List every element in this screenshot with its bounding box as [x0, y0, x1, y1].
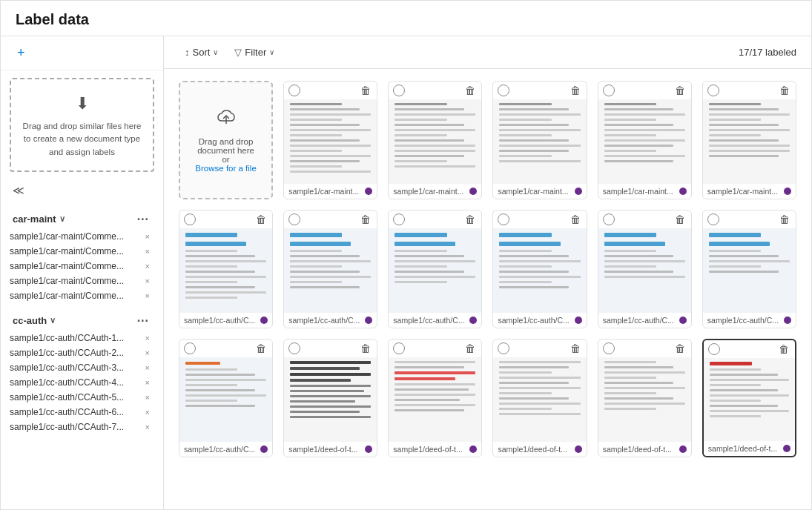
list-item[interactable]: sample1/car-maint/Comme... ×: [1, 244, 163, 259]
doc-card[interactable]: 🗑: [283, 339, 377, 457]
doc-card[interactable]: 🗑: [283, 81, 377, 199]
doc-card[interactable]: 🗑: [179, 339, 273, 457]
doc-delete-button[interactable]: 🗑: [777, 343, 790, 355]
close-icon[interactable]: ×: [144, 334, 151, 342]
sidebar-collapse-button[interactable]: ≪: [1, 179, 163, 202]
doc-card[interactable]: 🗑: [598, 81, 692, 199]
doc-select-checkbox[interactable]: [393, 342, 405, 354]
doc-select-checkbox[interactable]: [184, 213, 196, 225]
sidebar-group-car-maint-more-icon[interactable]: ⋯: [133, 212, 151, 226]
doc-name: sample1/cc-auth/C...: [393, 316, 466, 325]
doc-card[interactable]: 🗑: [702, 210, 796, 328]
doc-select-checkbox[interactable]: [707, 213, 719, 225]
doc-delete-button[interactable]: 🗑: [673, 213, 687, 225]
doc-delete-button[interactable]: 🗑: [569, 342, 582, 354]
doc-delete-button[interactable]: 🗑: [673, 85, 687, 96]
doc-select-checkbox[interactable]: [288, 85, 300, 96]
doc-delete-button[interactable]: 🗑: [359, 85, 372, 96]
doc-select-checkbox[interactable]: [498, 213, 509, 225]
close-icon[interactable]: ×: [144, 247, 151, 256]
doc-select-checkbox[interactable]: [498, 342, 509, 354]
doc-card[interactable]: 🗑: [598, 210, 692, 328]
doc-select-checkbox[interactable]: [288, 213, 300, 225]
close-icon[interactable]: ×: [144, 276, 151, 285]
doc-card[interactable]: 🗑: [283, 210, 377, 328]
doc-card[interactable]: 🗑: [702, 81, 796, 199]
filter-icon: ▽: [234, 47, 242, 58]
doc-delete-button[interactable]: 🗑: [463, 85, 477, 96]
doc-card-footer: sample1/deed-of-t...: [704, 441, 795, 456]
close-icon[interactable]: ×: [144, 408, 151, 417]
doc-card-header: 🗑: [704, 340, 795, 358]
doc-delete-button[interactable]: 🗑: [463, 213, 477, 225]
doc-card[interactable]: 🗑: [492, 81, 587, 199]
sidebar-group-car-maint-toggle[interactable]: car-maint ∨: [13, 213, 65, 225]
doc-delete-button[interactable]: 🗑: [778, 213, 791, 225]
doc-select-checkbox[interactable]: [603, 342, 615, 354]
list-item[interactable]: sample1/cc-auth/CCAuth-7... ×: [1, 420, 163, 434]
sidebar-drag-drop-area[interactable]: ⬇ Drag and drop similar files here to cr…: [10, 78, 154, 172]
doc-card[interactable]: 🗑: [492, 339, 587, 457]
doc-card-header: 🗑: [598, 82, 691, 99]
upload-card[interactable]: Drag and drop document here or Browse fo…: [179, 81, 273, 199]
doc-delete-button[interactable]: 🗑: [778, 85, 791, 96]
close-icon[interactable]: ×: [144, 291, 151, 300]
doc-select-checkbox[interactable]: [288, 342, 300, 354]
doc-select-checkbox[interactable]: [603, 213, 615, 225]
close-icon[interactable]: ×: [144, 378, 151, 387]
list-item[interactable]: sample1/cc-auth/CCAuth-6... ×: [1, 405, 163, 420]
doc-name: sample1/car-maint...: [393, 187, 466, 196]
doc-preview: [284, 228, 377, 313]
close-icon[interactable]: ×: [144, 348, 151, 357]
close-icon[interactable]: ×: [144, 393, 151, 402]
doc-delete-button[interactable]: 🗑: [463, 342, 477, 354]
list-item[interactable]: sample1/cc-auth/CCAuth-5... ×: [1, 390, 163, 405]
close-icon[interactable]: ×: [144, 232, 151, 241]
list-item[interactable]: sample1/cc-auth/CCAuth-1... ×: [1, 331, 163, 345]
doc-labeled-dot: [469, 317, 477, 324]
doc-card[interactable]: 🗑: [598, 339, 692, 457]
browse-for-file-link[interactable]: Browse for a file: [195, 164, 256, 173]
doc-card[interactable]: 🗑: [388, 81, 482, 199]
list-item[interactable]: sample1/car-maint/Comme... ×: [1, 229, 163, 244]
doc-delete-button[interactable]: 🗑: [254, 342, 268, 354]
close-icon[interactable]: ×: [144, 363, 151, 372]
sort-button[interactable]: ↕ Sort ∨: [179, 44, 224, 61]
doc-delete-button[interactable]: 🗑: [569, 85, 582, 96]
sidebar-group-cc-auth-more-icon[interactable]: ⋯: [133, 314, 151, 328]
close-icon[interactable]: ×: [144, 423, 151, 431]
doc-card-selected[interactable]: 🗑: [702, 339, 796, 457]
list-item[interactable]: sample1/car-maint/Comme... ×: [1, 288, 163, 303]
doc-card-header: 🗑: [598, 211, 691, 228]
add-document-type-button[interactable]: +: [13, 44, 30, 62]
doc-select-checkbox[interactable]: [393, 213, 405, 225]
doc-delete-button[interactable]: 🗑: [254, 213, 268, 225]
doc-select-checkbox[interactable]: [498, 85, 509, 96]
doc-card[interactable]: 🗑: [388, 339, 482, 457]
list-item[interactable]: sample1/cc-auth/CCAuth-3... ×: [1, 360, 163, 375]
filter-button[interactable]: ▽ Filter ∨: [228, 44, 280, 61]
list-item[interactable]: sample1/car-maint/Comme... ×: [1, 274, 163, 288]
list-item[interactable]: sample1/car-maint/Comme... ×: [1, 259, 163, 274]
doc-preview: [389, 228, 481, 313]
list-item[interactable]: sample1/cc-auth/CCAuth-2... ×: [1, 345, 163, 360]
doc-delete-button[interactable]: 🗑: [673, 342, 687, 354]
doc-preview: [284, 99, 377, 184]
doc-select-checkbox[interactable]: [707, 85, 719, 96]
doc-select-checkbox[interactable]: [708, 343, 720, 355]
close-icon[interactable]: ×: [144, 262, 151, 271]
doc-labeled-dot: [784, 317, 791, 324]
doc-card[interactable]: 🗑: [492, 210, 587, 328]
doc-select-checkbox[interactable]: [393, 85, 405, 96]
sidebar-group-cc-auth-toggle[interactable]: cc-auth ∨: [13, 315, 56, 326]
doc-delete-button[interactable]: 🗑: [359, 213, 372, 225]
doc-preview: [598, 357, 691, 442]
doc-card[interactable]: 🗑: [388, 210, 482, 328]
doc-delete-button[interactable]: 🗑: [569, 213, 582, 225]
doc-select-checkbox[interactable]: [184, 342, 196, 354]
list-item[interactable]: sample1/cc-auth/CCAuth-4... ×: [1, 375, 163, 390]
doc-card-header: 🗑: [703, 211, 796, 228]
doc-card[interactable]: 🗑: [179, 210, 273, 328]
doc-select-checkbox[interactable]: [603, 85, 615, 96]
doc-delete-button[interactable]: 🗑: [359, 342, 372, 354]
